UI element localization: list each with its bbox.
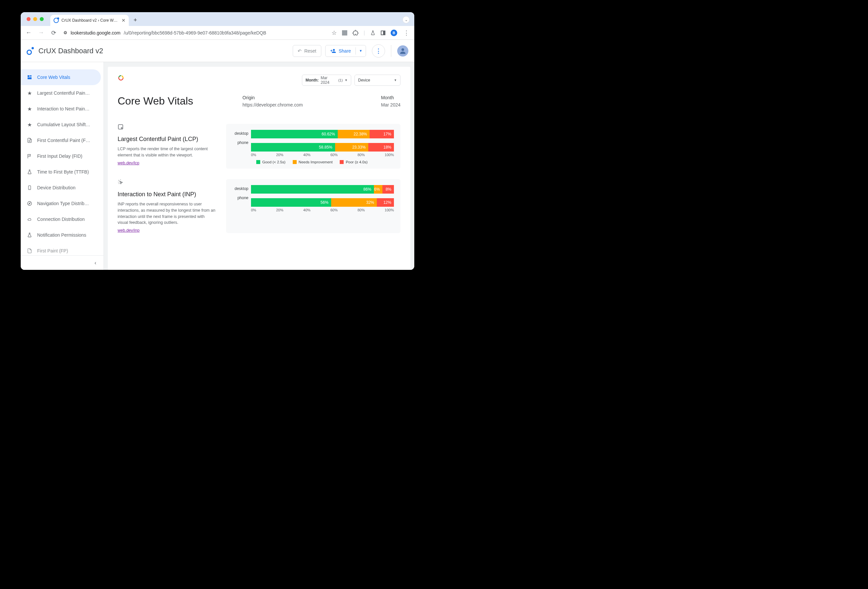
svg-point-0 — [402, 48, 404, 51]
inp-description: Interaction to Next Paint (INP) INP repo… — [118, 179, 216, 233]
stacked-bar: 56%32%12% — [251, 198, 394, 207]
sidebar-item-ttfb[interactable]: Time to First Byte (TTFB) — [21, 164, 101, 180]
sidebar-item-notifications[interactable]: Notification Permissions — [21, 227, 101, 243]
svg-rect-4 — [28, 78, 31, 79]
legend-label: Poor (≥ 4.0s) — [345, 160, 367, 164]
device-filter[interactable]: Device ▼ — [354, 75, 400, 86]
sidebar-item-fid[interactable]: First Input Delay (FID) — [21, 148, 101, 164]
bar-category: phone — [238, 141, 248, 145]
star-icon: ★ — [27, 121, 32, 128]
star-icon: ★ — [27, 106, 32, 112]
axis-tick: 80% — [357, 153, 365, 157]
sidebar-item-navtype[interactable]: Navigation Type Distrib… — [21, 195, 101, 211]
page-heading-row: Core Web Vitals Origin https://developer… — [118, 95, 400, 108]
close-window-icon[interactable] — [27, 17, 31, 21]
share-button[interactable]: Share ▼ — [325, 45, 366, 57]
sidebar-collapse-button[interactable]: ‹ — [21, 255, 103, 270]
tab-strip: CrUX Dashboard v2 › Core W… ✕ + ⌄ — [21, 12, 414, 26]
address-bar[interactable]: ⚙ lookerstudio.google.com/u/0/reporting/… — [62, 30, 327, 36]
axis-tick: 40% — [303, 208, 310, 212]
stacked-bar: 60.62%22.38%17% — [251, 130, 394, 138]
more-options-button[interactable]: ⋮ — [372, 44, 385, 58]
inp-title: Interaction to Next Paint (INP) — [118, 191, 216, 198]
sidebar-item-cls[interactable]: ★ Cumulative Layout Shift… — [21, 117, 101, 132]
stacked-bar: 58.85%23.33%18% — [251, 143, 394, 151]
bookmark-star-icon[interactable]: ☆ — [332, 29, 337, 37]
sidebar-item-inp[interactable]: ★ Interaction to Next Pain… — [21, 101, 101, 117]
site-settings-icon[interactable]: ⚙ — [63, 30, 67, 35]
browser-window: CrUX Dashboard v2 › Core W… ✕ + ⌄ ← → ⟳ … — [21, 12, 414, 270]
sidebar-item-core-web-vitals[interactable]: Core Web Vitals — [21, 70, 101, 85]
device-filter-label: Device — [358, 78, 370, 83]
flask-icon — [27, 169, 32, 175]
app-body: Core Web Vitals ★ Largest Contentful Pai… — [21, 62, 414, 270]
axis-tick: 100% — [385, 153, 394, 157]
profile-badge[interactable]: B — [391, 30, 397, 36]
extensions-puzzle-icon[interactable] — [353, 30, 359, 36]
x-axis: 0% 20% 40% 60% 80% 100% — [251, 208, 394, 212]
inp-link[interactable]: web.dev/inp — [118, 228, 140, 233]
page-title: Core Web Vitals — [118, 95, 223, 108]
month-label: Month — [381, 95, 400, 100]
tab-overflow-button[interactable]: ⌄ — [403, 16, 410, 23]
star-icon: ★ — [27, 90, 32, 96]
sidebar-item-label: Notification Permissions — [37, 232, 86, 238]
window-controls[interactable] — [27, 17, 44, 21]
extension-icon[interactable] — [342, 30, 347, 36]
x-axis: 0% 20% 40% 60% 80% 100% — [251, 153, 394, 157]
sidebar-item-fcp[interactable]: First Contentful Paint (F… — [21, 132, 101, 148]
nav-back-icon[interactable]: ← — [25, 29, 32, 37]
month-filter-count: (1) — [338, 78, 342, 82]
content-area: Month: Mar 2024 (1) ▼ Device ▼ Core Web … — [104, 62, 414, 270]
flask-icon — [27, 232, 32, 238]
side-panel-icon[interactable] — [381, 31, 385, 35]
legend-swatch-icon — [293, 160, 297, 164]
nav-forward-icon[interactable]: → — [37, 29, 45, 37]
undo-icon: ↶ — [298, 48, 302, 53]
close-tab-icon[interactable]: ✕ — [121, 18, 125, 23]
sidebar-item-connection[interactable]: Connection Distribution — [21, 211, 101, 227]
labs-flask-icon[interactable] — [370, 30, 375, 36]
axis-tick: 80% — [357, 208, 365, 212]
legend-swatch-icon — [256, 160, 260, 164]
sidebar-item-label: Time to First Byte (TTFB) — [37, 169, 89, 175]
share-label: Share — [339, 48, 351, 53]
bar-segment: 18% — [368, 143, 394, 151]
lcp-text: LCP reports the render time of the large… — [118, 146, 216, 158]
sidebar-item-lcp[interactable]: ★ Largest Contentful Pain… — [21, 85, 101, 101]
axis-tick: 0% — [251, 208, 256, 212]
sidebar-item-label: Cumulative Layout Shift… — [37, 122, 90, 127]
chrome-menu-icon[interactable]: ⋮ — [403, 29, 410, 37]
lcp-title: Largest Contentful Paint (LCP) — [118, 136, 216, 143]
app-header: CrUX Dashboard v2 ↶ Reset Share ▼ ⋮ — [21, 40, 414, 62]
filter-bar: Month: Mar 2024 (1) ▼ Device ▼ — [302, 75, 400, 86]
month-filter[interactable]: Month: Mar 2024 (1) ▼ — [302, 75, 351, 86]
lcp-chart: desktop phone 60.62%22.38%17%58.85%23.33… — [226, 124, 400, 169]
dashboard-icon — [27, 75, 32, 80]
url-host: lookerstudio.google.com — [71, 30, 121, 36]
bar-category: desktop — [235, 186, 248, 191]
sidebar-item-label: Connection Distribution — [37, 217, 85, 222]
maximize-window-icon[interactable] — [40, 17, 44, 21]
click-cursor-icon — [118, 179, 124, 185]
month-value: Mar 2024 — [381, 102, 400, 108]
browser-toolbar: ← → ⟳ ⚙ lookerstudio.google.com/u/0/repo… — [21, 26, 414, 40]
chevron-down-icon: ▼ — [394, 78, 397, 82]
chevron-down-icon[interactable]: ▼ — [359, 49, 362, 53]
bar-segment: 86% — [251, 185, 374, 194]
sidebar-item-label: Largest Contentful Pain… — [37, 90, 90, 96]
avatar[interactable] — [397, 45, 408, 56]
inp-text: INP reports the overall responsiveness t… — [118, 201, 216, 226]
reload-icon[interactable]: ⟳ — [50, 29, 58, 37]
sidebar-item-device[interactable]: Device Distribution — [21, 180, 101, 195]
minimize-window-icon[interactable] — [33, 17, 37, 21]
share-divider — [356, 47, 356, 55]
svg-rect-1 — [28, 75, 29, 77]
bar-segment: 58.85% — [251, 143, 335, 151]
svg-rect-2 — [30, 75, 31, 76]
browser-tab[interactable]: CrUX Dashboard v2 › Core W… ✕ — [50, 15, 129, 26]
lcp-link[interactable]: web.dev/lcp — [118, 161, 139, 165]
new-tab-button[interactable]: + — [131, 15, 140, 25]
reset-button[interactable]: ↶ Reset — [293, 45, 321, 57]
bar-segment: 12% — [377, 198, 394, 207]
